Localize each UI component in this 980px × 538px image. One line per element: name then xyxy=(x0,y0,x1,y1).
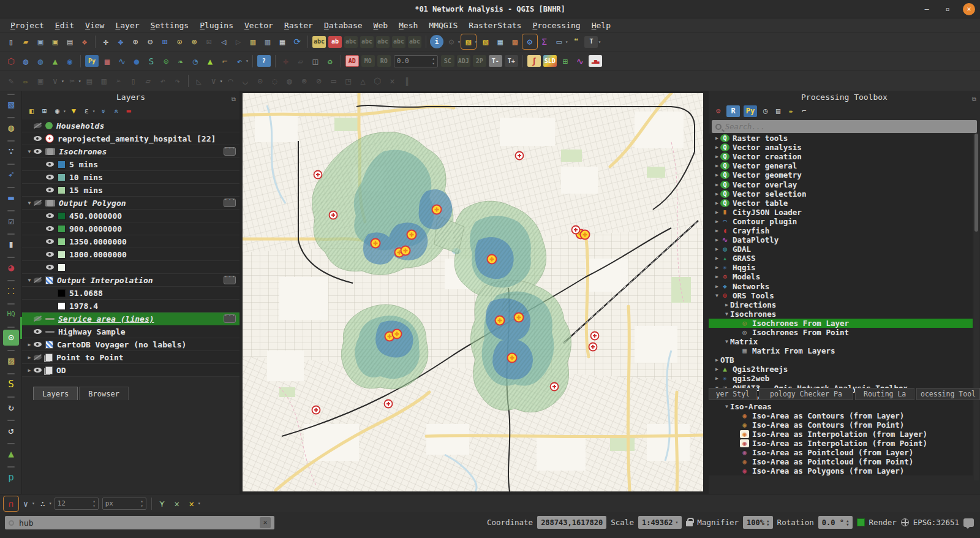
hospital-marker[interactable] xyxy=(572,226,580,234)
proc-row-isochrones-from-layer[interactable]: ◎Isochrones From Layer xyxy=(709,319,973,328)
dock-triangle-add-icon[interactable]: ▲ xyxy=(3,446,19,462)
proc-row-iso-area-as-polygons-from-layer-[interactable]: ◉Iso-Area as Polygons (from Layer) xyxy=(709,466,973,475)
filter-expression-icon[interactable]: ε xyxy=(81,105,92,117)
labeling-icon[interactable]: abc xyxy=(312,36,326,48)
hospital-served-marker[interactable] xyxy=(488,255,497,264)
layer-badge-icon[interactable] xyxy=(224,199,236,207)
map-tips-icon[interactable]: ❝ xyxy=(569,35,582,48)
save-project-as-icon[interactable]: ▣ xyxy=(48,35,62,48)
visibility-eye-icon[interactable] xyxy=(45,224,55,233)
snap-intersection-icon[interactable]: ✕ xyxy=(170,497,184,510)
visibility-eye-icon[interactable] xyxy=(45,186,55,194)
expander-icon[interactable]: ▶ xyxy=(723,302,730,308)
proc-row-matrix[interactable]: ▼Matrix xyxy=(709,337,973,346)
expander-icon[interactable]: ▶ xyxy=(714,357,720,363)
dock-search-green-icon[interactable]: ⊙ xyxy=(3,330,19,346)
deselect-features-icon[interactable]: ▧ xyxy=(479,35,492,48)
dock-flag-sphere-icon[interactable]: ◕ xyxy=(3,260,19,276)
proc-row-dataplotly[interactable]: ▶∿DataPlotly xyxy=(709,235,973,244)
layer-row-1800-0000000[interactable]: 1800.0000000 xyxy=(22,248,239,261)
zoom-native-icon[interactable]: ⊡ xyxy=(202,35,216,48)
proc-row-vector-selection[interactable]: ▶QVector selection xyxy=(709,189,973,199)
rotate-feature-icon[interactable]: ◳ xyxy=(341,74,355,88)
proc-row-vector-geometry[interactable]: ▶QVector geometry xyxy=(709,170,973,180)
layer-row-highway-sample[interactable]: Highway Sample xyxy=(22,325,239,338)
crayfish-s-icon[interactable]: S xyxy=(145,55,158,68)
layer-row-51-0688[interactable]: 51.0688 xyxy=(22,287,239,300)
filter-legend-icon[interactable]: ▼ xyxy=(68,105,80,117)
minimize-button[interactable]: — xyxy=(921,5,932,13)
split-features-icon[interactable]: ➢ xyxy=(112,74,126,88)
menu-processing[interactable]: Processing xyxy=(527,18,586,32)
dock-p-circle-icon[interactable]: p xyxy=(3,469,19,485)
snap-mode-icon[interactable]: ∨ xyxy=(19,497,32,510)
menu-project[interactable]: Project xyxy=(5,18,50,32)
layer-row-isochrones[interactable]: ▼Isochrones xyxy=(22,145,239,158)
visibility-eye-icon[interactable] xyxy=(33,147,43,156)
proc-row-iso-area-as-contours-from-layer-[interactable]: ◉Iso-Area as Contours (from Layer) xyxy=(709,411,973,420)
layer-row-15-mins[interactable]: 15 mins xyxy=(22,184,239,197)
layer-row-5-mins[interactable]: 5 mins xyxy=(22,158,239,171)
visibility-eye-icon[interactable] xyxy=(45,250,55,259)
layer-row-450-0000000[interactable]: 450.0000000 xyxy=(22,210,239,222)
expander-icon[interactable]: ▼ xyxy=(26,149,33,154)
menu-layer[interactable]: Layer xyxy=(110,18,145,32)
hospital-served-marker[interactable] xyxy=(401,246,410,256)
new-bookmark-icon[interactable]: ▥ xyxy=(246,35,260,48)
mountain-icon[interactable]: ▲ xyxy=(203,55,217,68)
collapse-all-icon[interactable]: « xyxy=(110,105,122,117)
processing-search-input[interactable]: Search... xyxy=(712,120,977,133)
menu-help[interactable]: Help xyxy=(586,18,616,32)
processing-scrollbar[interactable] xyxy=(974,134,979,480)
proc-row-vector-overlay[interactable]: ▶QVector overlay xyxy=(709,180,973,189)
layer-row-10-mins[interactable]: 10 mins xyxy=(22,171,239,184)
filter-expression-icon-dropdown[interactable]: ▾ xyxy=(92,108,96,114)
zoom-next-icon[interactable]: ▷ xyxy=(232,35,245,48)
expander-icon[interactable]: ▶ xyxy=(714,237,720,243)
expander-icon[interactable]: ▼ xyxy=(723,339,730,344)
leaf-icon[interactable]: ❧ xyxy=(174,55,187,68)
proc-row-networks[interactable]: ▶❖Networks xyxy=(709,282,973,291)
expander-icon[interactable]: ▶ xyxy=(714,163,720,169)
menu-settings[interactable]: Settings xyxy=(145,18,195,32)
expander-icon[interactable]: ▶ xyxy=(26,368,33,373)
dock-globe-package-icon[interactable]: ◍ xyxy=(3,120,19,136)
map-canvas[interactable] xyxy=(243,93,703,491)
menu-mesh[interactable]: Mesh xyxy=(393,18,423,32)
crosshair-icon[interactable]: ✛ xyxy=(279,55,293,68)
messages-icon[interactable] xyxy=(963,518,974,527)
expander-icon[interactable]: ▶ xyxy=(714,366,720,372)
visibility-eye-icon[interactable] xyxy=(45,173,55,181)
hospital-marker[interactable] xyxy=(330,211,337,219)
r-scripts-icon[interactable]: R xyxy=(726,105,740,117)
globe-sphere-icon[interactable]: ● xyxy=(130,55,143,68)
snap-vertex-icon[interactable]: ∴ xyxy=(36,497,50,510)
hospital-served-marker[interactable] xyxy=(393,330,402,339)
snap-vertex-icon-dropdown[interactable]: ▾ xyxy=(49,501,52,506)
dock-board-icon[interactable]: ▬ xyxy=(3,190,19,206)
label-tool-1-icon[interactable]: abc xyxy=(344,36,358,48)
t-minus-button[interactable]: T- xyxy=(489,55,502,67)
expander-icon[interactable]: ▶ xyxy=(714,154,720,159)
expander-icon[interactable]: ▶ xyxy=(714,182,720,188)
proc-row-isochrones-from-point[interactable]: ◎Isochrones From Point xyxy=(709,328,973,337)
contour-swirl-icon[interactable]: ◔ xyxy=(189,55,202,68)
adj-button[interactable]: ADJ xyxy=(457,55,470,67)
label-tool-2-icon[interactable]: abc xyxy=(360,36,374,48)
add-ring-icon[interactable]: ⬡ xyxy=(371,74,384,88)
proc-row-gdal[interactable]: ▶◍GDAL xyxy=(709,244,973,254)
zoom-last-icon[interactable]: ◁ xyxy=(217,35,230,48)
models-gears-icon[interactable]: ⚙ xyxy=(712,105,724,117)
topological-editing-icon[interactable]: ⋎ xyxy=(156,497,169,510)
hospital-marker[interactable] xyxy=(589,343,597,351)
hospital-served-marker[interactable] xyxy=(407,230,417,240)
dock-vcheck-icon[interactable]: ☑ xyxy=(3,213,19,229)
sld4raster-icon[interactable]: SLD xyxy=(543,55,557,67)
visibility-eye-icon[interactable] xyxy=(33,327,43,336)
proc-row-grass[interactable]: ▶▴GRASS xyxy=(709,254,973,263)
layer-row-point-to-point[interactable]: ▶Point to Point xyxy=(22,351,239,364)
globe-archive-icon[interactable]: ◍ xyxy=(34,55,47,68)
offline-editing-icon[interactable]: ◫ xyxy=(309,55,322,68)
render-checkbox[interactable] xyxy=(857,518,865,526)
expander-icon[interactable]: ▶ xyxy=(714,210,720,215)
